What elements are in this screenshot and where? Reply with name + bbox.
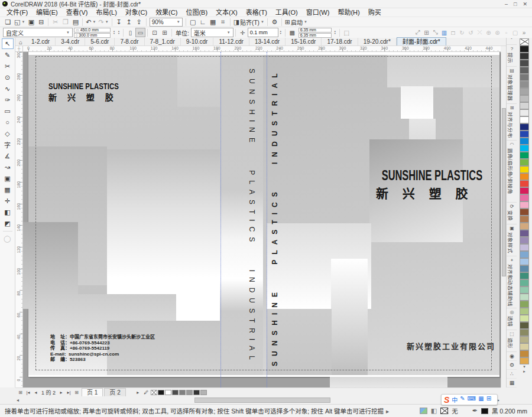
pen-tool[interactable]: ✑ [2, 95, 14, 105]
menu-item[interactable]: 效果(C) [151, 8, 181, 17]
menu-item[interactable]: 编辑(E) [32, 8, 62, 17]
connector-tool[interactable]: ↝ [2, 162, 14, 172]
add-page-icon[interactable]: ⊞ [422, 30, 431, 36]
freehand-tool[interactable]: ∿ [2, 83, 14, 94]
artwork-rectangle[interactable] [463, 87, 499, 242]
ime-icon[interactable]: ▦ [478, 395, 484, 404]
sogou-logo-icon[interactable]: S [444, 395, 449, 405]
docker-tab[interactable]: ◎透镜 [507, 308, 517, 330]
page-tab[interactable]: 页 2 [104, 388, 125, 396]
treat-as-filled-button[interactable]: ⬚ [342, 28, 352, 37]
menu-item[interactable]: 位图(B) [181, 8, 212, 17]
portrait-button[interactable]: ▯ [125, 28, 135, 37]
palette-swatch[interactable] [520, 223, 529, 230]
units-select[interactable]: 毫米▼ [191, 28, 233, 37]
nudge-field[interactable]: 0.1 mm [248, 28, 278, 37]
menu-item[interactable]: 窗口(W) [302, 8, 334, 17]
page-preset-select[interactable]: 自定义▼ [3, 28, 73, 37]
docker-tab[interactable]: ?提示 [507, 45, 517, 67]
undo-button[interactable]: ↶▼ [85, 18, 97, 27]
new-document-button[interactable]: ❏ [3, 18, 13, 27]
ime-icon[interactable]: ⊞ [486, 395, 491, 404]
menu-item[interactable]: 查看(V) [62, 8, 92, 17]
shape-tool[interactable]: ✎ [2, 50, 14, 60]
docker-tab-icon-only[interactable]: ∴ [507, 370, 517, 379]
nodes-icon[interactable]: □ [449, 30, 458, 36]
palette-swatch-none[interactable] [520, 38, 529, 45]
page-nav-button[interactable]: |◂ [24, 390, 32, 395]
dimension-tool[interactable]: ∡ [2, 151, 14, 161]
save-button[interactable]: ▣ [26, 18, 36, 27]
snap-to-button[interactable]: ◨贴齐(T)▼ [232, 18, 265, 27]
frame-icon[interactable]: ▢ [511, 30, 520, 36]
palette-swatch[interactable] [520, 322, 529, 329]
polygon-tool[interactable]: ◇ [2, 128, 14, 139]
trim-icon[interactable]: ⊛ [493, 30, 502, 36]
company-name[interactable]: 新兴塑胶工业有限公司 [407, 340, 495, 351]
import-button[interactable]: ↧ [114, 18, 124, 27]
launch-button[interactable]: ⊞启动▼ [284, 18, 309, 27]
minimize-button[interactable]: – [505, 1, 508, 7]
palette-swatch[interactable] [520, 67, 529, 74]
redo-button[interactable]: ↷▼ [98, 18, 110, 27]
doc-palette-swatch[interactable] [193, 390, 200, 395]
page-size-spinner2[interactable]: ▲▼ [118, 30, 120, 35]
palette-swatch[interactable] [520, 159, 529, 166]
current-page-button[interactable]: ⊡ [150, 28, 160, 37]
docker-tab[interactable]: ▣对象样式 [507, 224, 517, 256]
address-block[interactable]: 地 址：中国广东省东莞市长安镇沙头新沙工业区 电 话：+86-0769-5544… [50, 334, 155, 363]
doc-palette-swatch[interactable] [200, 390, 207, 395]
drawing-canvas[interactable]: SUNSHINE PLASTICS 新 兴 塑 胶 SUNSHINE PLAST… [23, 52, 501, 387]
document-tab[interactable]: 5-6.cdr [85, 38, 115, 45]
duplicate-y-field[interactable]: 6.35 mm [299, 33, 332, 38]
doc-palette-swatch[interactable] [151, 390, 157, 395]
document-tab[interactable]: 3-4.cdr [56, 38, 85, 45]
palette-swatch[interactable] [520, 123, 529, 131]
outline-small-icon[interactable]: ▫ [502, 30, 511, 36]
palette-swatch[interactable] [520, 336, 529, 343]
vertical-ruler[interactable]: 3002802602402202001801601401201008060402… [15, 52, 23, 387]
export-button[interactable]: ↥ [124, 18, 134, 27]
page-nav-button[interactable]: ⊞ [73, 390, 80, 395]
interactive-fill-tool[interactable]: ◧ [2, 207, 14, 217]
copy-button[interactable]: ❒ [60, 18, 70, 27]
menu-item[interactable]: 对象(C) [121, 8, 151, 17]
palette-swatch[interactable] [520, 357, 529, 364]
shadow-tool[interactable]: ▣ [2, 173, 14, 184]
docker-tab[interactable]: ⊞对齐与分布 [507, 104, 517, 141]
palette-swatch[interactable] [520, 237, 529, 244]
duplicate-x-field[interactable]: 6.35 mm [299, 28, 332, 32]
zoom-level-select[interactable]: 90%▼ [150, 18, 183, 27]
palette-swatch[interactable] [520, 187, 529, 194]
ime-icon[interactable]: ✎ [460, 395, 465, 404]
paste-button[interactable]: ▤ [70, 18, 80, 27]
all-pages-button[interactable]: ⊞ [160, 28, 170, 37]
maximize-icon[interactable]: ⤢ [413, 29, 422, 36]
palette-swatch[interactable] [520, 88, 529, 95]
artwork-rectangle[interactable] [401, 86, 433, 119]
palette-swatch[interactable] [520, 180, 529, 187]
menu-item[interactable]: 文件(F) [2, 8, 32, 17]
text-tool[interactable]: 字 [2, 139, 14, 150]
transparency-tool[interactable]: ▦ [2, 184, 14, 195]
palette-swatch[interactable] [520, 265, 529, 272]
document-tab[interactable]: 19-20.cdr* [358, 38, 397, 45]
menu-item[interactable]: 帮助(H) [333, 8, 364, 17]
palette-swatch[interactable] [520, 230, 529, 237]
doc-palette-swatch[interactable] [158, 390, 164, 395]
docker-tab[interactable]: ⟳变换 [507, 203, 517, 224]
show-rulers-button[interactable]: ∟ [198, 18, 208, 27]
palette-swatch[interactable] [520, 209, 529, 216]
menu-item[interactable]: 表格(T) [242, 8, 271, 17]
print-button[interactable]: ⊟ [36, 18, 46, 27]
artwork-rectangle[interactable] [177, 55, 220, 107]
zoom-tool[interactable]: ⊙ [2, 72, 14, 83]
back-cover-logo[interactable]: SUNSHINE PLASTICS 新 兴 塑 胶 [48, 82, 128, 103]
options-gear-button[interactable]: ⚙ [270, 18, 280, 27]
outline-color-swatch[interactable] [481, 408, 488, 414]
palette-swatch[interactable] [520, 116, 529, 123]
page-nav-button[interactable]: ▸ [57, 390, 65, 395]
vertical-scrollbar-thumb[interactable] [502, 108, 506, 276]
palette-swatch[interactable] [520, 109, 529, 116]
palette-swatch[interactable] [520, 102, 529, 109]
